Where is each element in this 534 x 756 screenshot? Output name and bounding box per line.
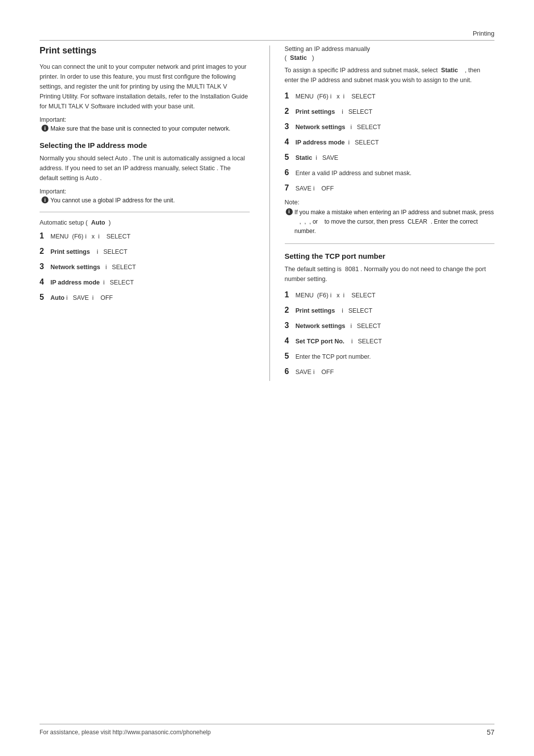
page-footer: For assistance, please visit http://www.… <box>40 724 494 736</box>
tcp-step-5: 5 Enter the TCP port number. <box>285 350 495 362</box>
tcp-step-3: 3 Network settings i SELECT <box>285 320 495 331</box>
step-content-t4: Set TCP port No. i SELECT <box>296 337 495 346</box>
note-item-1: i If you make a mistake when entering an… <box>286 208 495 236</box>
right-column: Setting an IP address manually ( Static … <box>269 46 495 381</box>
step-content-s7: SAVE i OFF <box>296 184 495 193</box>
step-num-t6: 6 <box>285 366 293 378</box>
tcp-step-1: 1 MENU (F6) i x i SELECT <box>285 289 495 301</box>
important-label-2: Important: <box>40 188 250 195</box>
step-content-t6: SAVE i OFF <box>296 368 495 377</box>
static-step-3: 3 Network settings i SELECT <box>285 121 495 133</box>
tcp-step-4: 4 Set TCP port No. i SELECT <box>285 335 495 347</box>
two-column-layout: Print settings You can connect the unit … <box>40 46 494 381</box>
step-num-2: 2 <box>40 245 47 257</box>
circle-icon-1: i <box>42 125 48 132</box>
step-content-t5: Enter the TCP port number. <box>296 352 495 362</box>
static-body: To assign a specific IP address and subn… <box>285 65 495 85</box>
step-content-s2: Print settings i SELECT <box>296 107 495 117</box>
step-num-s3: 3 <box>285 121 293 133</box>
page-container: Printing Print settings You can connect … <box>0 0 534 756</box>
step-num-1: 1 <box>40 230 47 242</box>
subsection-title-ip: Selecting the IP address mode <box>40 141 250 149</box>
step-content-4: IP address mode i SELECT <box>50 278 250 287</box>
static-step-4: 4 IP address mode i SELECT <box>285 136 495 148</box>
step-content-s4: IP address mode i SELECT <box>296 138 495 147</box>
note-label: Note: <box>285 199 495 206</box>
intro-text: You can connect the unit to your compute… <box>40 62 250 111</box>
step-num-s5: 5 <box>285 151 293 163</box>
subsection-body-ip: Normally you should select Auto . The un… <box>40 153 250 183</box>
step-num-s6: 6 <box>285 167 293 179</box>
auto-step-5: 5 Auto i SAVE i OFF <box>40 291 250 303</box>
step-num-4: 4 <box>40 276 47 288</box>
header-title: Printing <box>473 30 494 37</box>
auto-step-3: 3 Network settings i SELECT <box>40 261 250 273</box>
static-steps-list: 1 MENU (F6) i x i SELECT 2 Print setting… <box>285 90 495 194</box>
static-step-1: 1 MENU (F6) i x i SELECT <box>285 90 495 102</box>
step-content-3: Network settings i SELECT <box>50 263 250 272</box>
auto-step-2: 2 Print settings i SELECT <box>40 245 250 257</box>
important-label-1: Important: <box>40 116 250 123</box>
step-content-t3: Network settings i SELECT <box>296 322 495 331</box>
step-content-s1: MENU (F6) i x i SELECT <box>296 92 495 101</box>
step-num-t1: 1 <box>285 289 293 301</box>
step-content-2: Print settings i SELECT <box>50 247 250 257</box>
static-step-5: 5 Static i SAVE <box>285 151 495 163</box>
divider-right <box>285 243 495 244</box>
tcp-step-6: 6 SAVE i OFF <box>285 366 495 378</box>
static-paren: ( Static ) <box>285 54 495 61</box>
important-text-2: You cannot use a global IP address for t… <box>50 196 175 205</box>
static-header: Setting an IP address manually <box>285 46 495 52</box>
footer-page-num: 57 <box>487 728 494 736</box>
step-num-s7: 7 <box>285 182 293 194</box>
important-item-1: i Make sure that the base unit is connec… <box>42 124 250 133</box>
important-text-1: Make sure that the base unit is connecte… <box>50 124 230 133</box>
step-num-t5: 5 <box>285 350 293 362</box>
step-content-s5: Static i SAVE <box>296 153 495 163</box>
static-step-2: 2 Print settings i SELECT <box>285 105 495 117</box>
circle-icon-note: i <box>286 208 293 215</box>
step-num-t3: 3 <box>285 320 293 331</box>
step-num-3: 3 <box>40 261 47 273</box>
tcp-body: The default setting is 8081 . Normally y… <box>285 264 495 284</box>
left-column: Print settings You can connect the unit … <box>40 46 250 381</box>
divider-left <box>40 212 250 212</box>
step-content-1: MENU (F6) i x i SELECT <box>50 232 250 241</box>
step-content-t1: MENU (F6) i x i SELECT <box>296 291 495 300</box>
important-item-2: i You cannot use a global IP address for… <box>42 196 250 205</box>
auto-steps-list: 1 MENU (F6) i x i SELECT 2 Print setting… <box>40 230 250 303</box>
step-num-t4: 4 <box>285 335 293 347</box>
step-num-t2: 2 <box>285 304 293 316</box>
page-header: Printing <box>40 30 494 41</box>
section-title: Print settings <box>40 46 250 56</box>
static-step-7: 7 SAVE i OFF <box>285 182 495 194</box>
auto-step-1: 1 MENU (F6) i x i SELECT <box>40 230 250 242</box>
step-content-s3: Network settings i SELECT <box>296 123 495 132</box>
tcp-steps-list: 1 MENU (F6) i x i SELECT 2 Print setting… <box>285 289 495 378</box>
tcp-step-2: 2 Print settings i SELECT <box>285 304 495 316</box>
auto-setup-label: Automatic setup ( Auto ) <box>40 219 250 226</box>
step-num-s2: 2 <box>285 105 293 117</box>
step-content-s6: Enter a valid IP address and subnet mask… <box>296 169 495 178</box>
step-content-t2: Print settings i SELECT <box>296 306 495 316</box>
step-content-5: Auto i SAVE i OFF <box>50 293 250 303</box>
step-num-5: 5 <box>40 291 47 303</box>
auto-step-4: 4 IP address mode i SELECT <box>40 276 250 288</box>
tcp-title: Setting the TCP port number <box>285 252 495 260</box>
circle-icon-2: i <box>42 196 48 203</box>
step-num-s1: 1 <box>285 90 293 102</box>
footer-text: For assistance, please visit http://www.… <box>40 729 211 736</box>
step-num-s4: 4 <box>285 136 293 148</box>
note-text-1: If you make a mistake when entering an I… <box>295 208 495 236</box>
static-step-6: 6 Enter a valid IP address and subnet ma… <box>285 167 495 179</box>
